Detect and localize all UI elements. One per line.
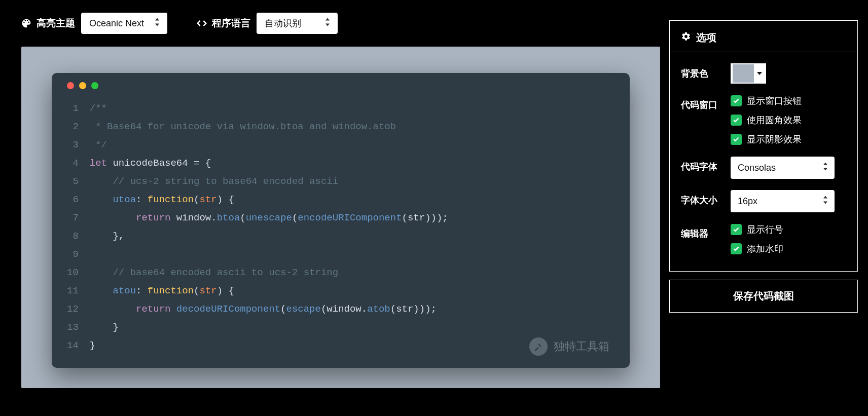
save-screenshot-button[interactable]: 保存代码截图 — [669, 280, 858, 313]
editor-label: 编辑器 — [681, 223, 731, 240]
line-number-gutter: 1234567891011121314 — [67, 99, 90, 355]
color-swatch — [733, 64, 754, 83]
line-number: 13 — [67, 318, 79, 336]
language-select[interactable]: 自动识别 — [257, 13, 338, 34]
top-toolbar: 高亮主题 Oceanic Next 程序语言 自动识别 — [21, 0, 660, 47]
code-line: /** — [90, 99, 614, 118]
code-line: utoa: function(str) { — [90, 191, 614, 209]
theme-select[interactable]: Oceanic Next — [81, 13, 167, 34]
code-line: */ — [90, 136, 614, 154]
line-number: 11 — [67, 282, 79, 300]
line-number: 8 — [67, 227, 79, 245]
code-window: 1234567891011121314 /** * Base64 for uni… — [52, 73, 630, 368]
code-line: atou: function(str) { — [90, 282, 614, 300]
chevron-sort-icon — [822, 163, 828, 173]
checkmark-icon — [731, 134, 742, 145]
code-line — [90, 245, 614, 263]
language-label: 程序语言 — [197, 17, 250, 30]
watermark: 独特工具箱 — [529, 337, 609, 356]
checkbox-rounded-corners[interactable]: 使用圆角效果 — [731, 114, 846, 126]
checkbox-watermark[interactable]: 添加水印 — [731, 243, 846, 255]
chevron-sort-icon — [324, 18, 331, 29]
line-number: 6 — [67, 191, 79, 209]
font-size-label: 字体大小 — [681, 190, 731, 206]
chevron-sort-icon — [154, 18, 160, 29]
theme-label: 高亮主题 — [21, 17, 75, 30]
checkmark-icon — [731, 224, 742, 235]
gear-icon — [681, 31, 691, 44]
window-traffic-lights — [67, 82, 614, 89]
close-dot-icon — [67, 82, 74, 89]
code-line: return window.btoa(unescape(encodeURICom… — [90, 209, 614, 227]
line-number: 7 — [67, 209, 79, 227]
code-line: * Base64 for unicode via window.btoa and… — [90, 118, 614, 136]
options-panel: 选项 背景色 代码窗口 — [669, 20, 858, 272]
bg-color-picker[interactable] — [731, 63, 766, 84]
line-number: 12 — [67, 300, 79, 318]
code-window-label: 代码窗口 — [681, 95, 731, 111]
code-font-select[interactable]: Consolas — [731, 157, 835, 179]
code-line: }, — [90, 227, 614, 245]
line-number: 4 — [67, 154, 79, 172]
font-size-select[interactable]: 16px — [731, 190, 835, 212]
bg-color-label: 背景色 — [681, 63, 731, 80]
checkbox-show-window-buttons[interactable]: 显示窗口按钮 — [731, 95, 846, 107]
checkmark-icon — [731, 243, 742, 254]
code-line: let unicodeBase64 = { — [90, 154, 614, 172]
chevron-sort-icon — [822, 196, 828, 207]
code-line: return decodeURIComponent(escape(window.… — [90, 300, 614, 318]
checkbox-shadow[interactable]: 显示阴影效果 — [731, 133, 846, 145]
code-line: } — [90, 318, 614, 336]
palette-icon — [21, 18, 31, 28]
line-number: 2 — [67, 118, 79, 136]
line-number: 14 — [67, 336, 79, 355]
caret-down-icon — [754, 64, 765, 83]
code-editor[interactable]: /** * Base64 for unicode via window.btoa… — [90, 99, 614, 355]
code-font-label: 代码字体 — [681, 157, 731, 173]
checkmark-icon — [731, 95, 742, 106]
code-line: // ucs-2 string to base64 encoded ascii — [90, 172, 614, 191]
line-number: 10 — [67, 263, 79, 282]
checkbox-line-numbers[interactable]: 显示行号 — [731, 223, 846, 236]
line-number: 5 — [67, 172, 79, 191]
options-title: 选项 — [681, 31, 846, 45]
checkmark-icon — [731, 115, 742, 126]
line-number: 9 — [67, 245, 79, 263]
line-number: 1 — [67, 99, 79, 118]
line-number: 3 — [67, 136, 79, 154]
code-line: // base64 encoded ascii to ucs-2 string — [90, 263, 614, 282]
code-icon — [197, 18, 207, 28]
minimize-dot-icon — [79, 82, 86, 89]
hammer-icon — [529, 337, 548, 356]
preview-canvas: 1234567891011121314 /** * Base64 for uni… — [21, 47, 660, 388]
maximize-dot-icon — [91, 82, 98, 89]
